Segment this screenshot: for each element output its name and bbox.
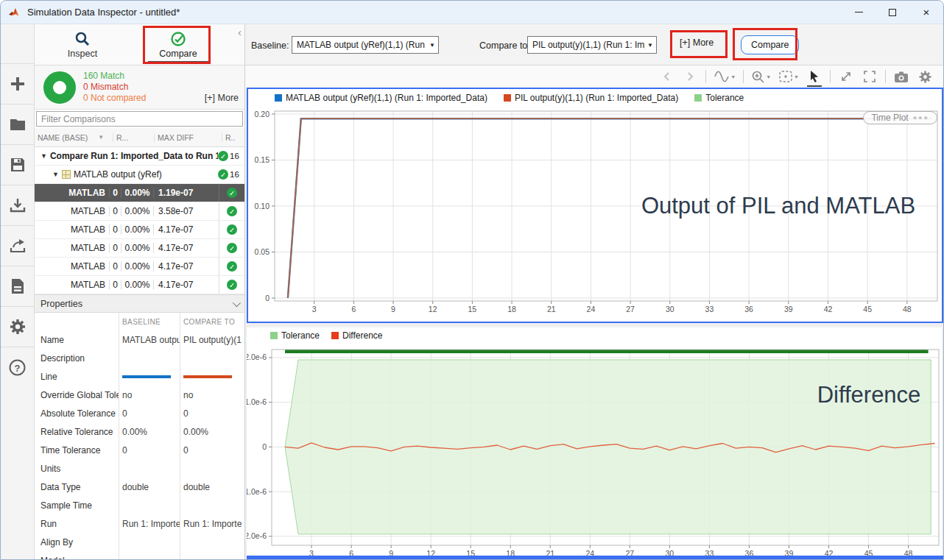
bottom-chart-canvas[interactable]: 369121518212427303336394245482.0e-61.0e-… [247, 344, 942, 557]
chevron-down-icon [233, 298, 241, 306]
pointer-tool-icon[interactable] [806, 68, 823, 85]
help-icon[interactable]: ? [1, 347, 34, 387]
comparison-row[interactable]: MATLAB00.00% 3.58e-07 [35, 202, 244, 221]
property-row: NameMATLAB outpuPIL output(y)(1 [35, 330, 244, 349]
sort-icon[interactable]: ▼ [98, 134, 104, 141]
status-more-button[interactable]: [+] More [205, 93, 239, 103]
forward-icon[interactable] [682, 68, 698, 85]
zoom-icon[interactable]: ▼ [751, 70, 771, 84]
svg-text:24: 24 [587, 305, 596, 313]
compare-to-dropdown[interactable]: PIL output(y)(1,1) (Run 1: Importe▼ [527, 36, 657, 54]
properties-col-compare: COMPARE TO [180, 313, 244, 330]
col-name-base[interactable]: NAME (BASE) [38, 133, 88, 142]
match-donut-chart [43, 71, 76, 104]
svg-text:3: 3 [312, 305, 317, 313]
tab-inspect[interactable]: Inspect [35, 24, 130, 65]
compare-line-swatch [183, 375, 232, 378]
tab-compare[interactable]: Compare [130, 24, 226, 65]
fullscreen-icon[interactable] [862, 68, 878, 85]
tree-group-row[interactable]: ▼Compare Run 1: Imported_Data to Run 1 1… [35, 147, 244, 166]
more-options-button[interactable]: [+] More [680, 38, 714, 48]
property-row: Model [35, 551, 244, 559]
expander-caret-icon[interactable]: ▼ [40, 152, 47, 160]
legend-item: Tolerance [694, 93, 744, 103]
property-row: RunRun 1: ImporteRun 1: Importe [35, 514, 244, 533]
expander-caret-icon[interactable]: ▼ [52, 171, 59, 178]
time-plot-badge[interactable]: Time Plot●●● [863, 111, 937, 124]
comparison-toolbar: Baseline: MATLAB output (yRef)(1,1) (Run… [245, 24, 943, 65]
matlab-logo-icon [8, 7, 21, 18]
svg-text:1.0e-6: 1.0e-6 [247, 397, 267, 406]
tree-group-row[interactable]: ▼MATLAB output (yRef) 16 [35, 166, 244, 184]
back-icon[interactable] [658, 68, 674, 85]
difference-plot[interactable]: ToleranceDifference 36912151821242730333… [247, 327, 942, 557]
match-count: 160 Match [83, 71, 146, 82]
comparison-row[interactable]: MATLAB00.00% 1.19e-07 [35, 184, 244, 202]
maximize-button[interactable] [876, 1, 909, 24]
filter-comparisons-input[interactable] [36, 111, 243, 127]
svg-text:?: ? [15, 362, 21, 373]
collapse-panel-icon[interactable]: ‹ [238, 26, 242, 38]
top-chart-canvas[interactable]: 369121518212427303336394245480.200.150.1… [248, 107, 942, 322]
svg-text:21: 21 [547, 305, 556, 313]
comparison-row[interactable]: MATLAB00.00% 4.17e-07 [35, 276, 244, 294]
window-title: Simulation Data Inspector - untitled* [27, 7, 180, 18]
properties-header[interactable]: Properties [35, 294, 244, 313]
svg-text:Difference: Difference [817, 382, 921, 408]
close-button[interactable]: × [909, 1, 943, 24]
app-window: Simulation Data Inspector - untitled* × [0, 0, 944, 560]
compare-button[interactable]: Compare [741, 35, 799, 54]
action-sidebar: ? [1, 24, 35, 559]
import-icon[interactable] [1, 185, 34, 225]
property-row: Time Tolerance00 [35, 441, 244, 459]
properties-table: BASELINE COMPARE TO NameMATLAB outpuPIL … [35, 313, 244, 559]
compare-to-label: Compare to: [479, 40, 530, 51]
save-icon[interactable] [1, 144, 34, 185]
col-result[interactable]: R.. [222, 133, 244, 142]
plot-settings-gear-icon[interactable] [917, 68, 933, 85]
settings-icon[interactable] [1, 306, 34, 347]
baseline-dropdown[interactable]: MATLAB output (yRef)(1,1) (Run▼ [292, 36, 439, 54]
comparison-row[interactable]: MATLAB00.00% 4.17e-07 [35, 221, 244, 239]
property-row: Override Global Tolenono [35, 386, 244, 404]
dropdown-caret-icon: ▼ [429, 42, 435, 49]
comparison-status: 160 Match 0 Mismatch 0 Not compared [+] … [35, 65, 244, 110]
signal-display-icon[interactable]: ▼ [714, 69, 736, 84]
svg-text:0.10: 0.10 [255, 202, 270, 210]
baseline-line-swatch [122, 375, 171, 378]
expand-plot-icon[interactable] [838, 68, 854, 85]
plot-toolbar: ▼ ▼ ▼ [245, 65, 943, 88]
minimize-button[interactable] [842, 1, 876, 24]
comparison-table-body: ▼Compare Run 1: Imported_Data to Run 1 1… [35, 147, 244, 294]
compare-check-icon [170, 31, 186, 47]
svg-text:15: 15 [468, 305, 477, 313]
legend-swatch [270, 332, 278, 339]
svg-text:9: 9 [391, 305, 395, 313]
open-icon[interactable] [1, 104, 34, 144]
comparison-row[interactable]: MATLAB00.00% 4.17e-07 [35, 258, 244, 276]
svg-text:27: 27 [626, 305, 635, 313]
export-icon[interactable] [1, 225, 34, 266]
match-check-icon [227, 280, 237, 290]
properties-title: Properties [40, 299, 82, 309]
active-tab-underline [148, 61, 208, 63]
svg-text:45: 45 [863, 305, 872, 313]
snapshot-camera-icon[interactable] [893, 68, 909, 85]
svg-text:30: 30 [666, 305, 674, 313]
svg-text:0: 0 [265, 294, 270, 302]
comparison-row[interactable]: MATLAB00.00% 4.17e-07 [35, 239, 244, 258]
fit-to-view-icon[interactable]: ▼ [778, 70, 799, 83]
match-check-icon [227, 206, 237, 216]
col-max-diff[interactable]: MAX DIFF [154, 133, 222, 142]
match-check-icon [227, 261, 237, 272]
match-check-icon [218, 169, 228, 180]
property-row: Line [35, 367, 244, 386]
time-plot-baseline-compare[interactable]: MATLAB output (yRef)(1,1) (Run 1: Import… [247, 88, 943, 323]
add-icon[interactable] [1, 63, 34, 104]
col-rel[interactable]: R... [113, 133, 154, 142]
subplot-selection-edge [247, 556, 943, 559]
title-bar: Simulation Data Inspector - untitled* × [1, 1, 943, 24]
legend-swatch [331, 332, 339, 339]
svg-text:6: 6 [351, 305, 356, 313]
report-icon[interactable] [1, 266, 34, 306]
